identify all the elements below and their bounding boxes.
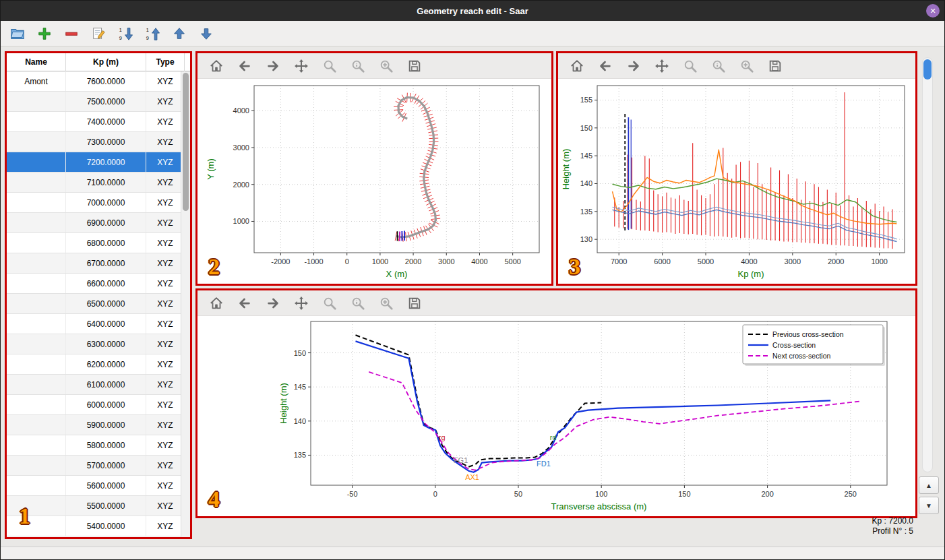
remove-button[interactable] — [63, 24, 81, 42]
remove-icon — [64, 26, 79, 41]
plan-chart[interactable]: -2000-1000010002000300040005000100020003… — [197, 79, 551, 284]
home-button[interactable] — [208, 294, 225, 311]
table-row[interactable]: 5500.0000XYZ — [7, 496, 181, 516]
zoom-plus-button[interactable] — [378, 57, 395, 74]
plan-plot-toolbar — [197, 53, 551, 79]
cell-name — [7, 213, 66, 232]
move-up-button[interactable] — [171, 24, 189, 42]
sort-down-button[interactable]: 19 — [117, 24, 135, 42]
zoom-info-icon — [711, 59, 726, 73]
zoom-info-button[interactable] — [710, 57, 727, 74]
table-row[interactable]: 5700.0000XYZ — [7, 456, 181, 476]
zoom-info-button[interactable] — [350, 57, 367, 74]
table-row[interactable]: 6100.0000XYZ — [7, 375, 181, 395]
svg-text:FD1: FD1 — [537, 460, 551, 468]
table-row[interactable]: 6400.0000XYZ — [7, 314, 181, 334]
save-button[interactable] — [406, 294, 423, 311]
cross-section-chart[interactable]: -50050100150200250135140145150Transverse… — [197, 316, 915, 516]
back-button[interactable] — [237, 57, 253, 74]
profile-scrollbar-thumb[interactable] — [923, 59, 932, 80]
pan-button[interactable] — [293, 294, 310, 311]
svg-text:4000: 4000 — [233, 106, 249, 115]
pan-icon — [294, 59, 309, 73]
open-icon — [10, 26, 25, 41]
table-row[interactable]: 6500.0000XYZ — [7, 294, 181, 314]
profile-up-button[interactable]: ▲ — [919, 476, 939, 494]
pan-button[interactable] — [654, 57, 671, 74]
cell-type: XYZ — [146, 496, 181, 516]
table-row[interactable]: 7300.0000XYZ — [7, 132, 181, 152]
table-row[interactable]: 6200.0000XYZ — [7, 354, 181, 375]
svg-text:155: 155 — [580, 96, 592, 104]
table-row[interactable]: 6300.0000XYZ — [7, 334, 181, 354]
table-row[interactable]: 7500.0000XYZ — [7, 92, 181, 112]
svg-text:50: 50 — [514, 490, 522, 498]
zoom-plus-button[interactable] — [378, 294, 395, 311]
cell-type: XYZ — [146, 173, 181, 192]
table-row[interactable]: Amont7600.0000XYZ — [7, 71, 181, 92]
save-button[interactable] — [406, 57, 423, 74]
svg-text:135: 135 — [294, 451, 306, 459]
back-button[interactable] — [237, 294, 253, 311]
cell-name — [7, 496, 66, 516]
svg-text:Y (m): Y (m) — [206, 158, 216, 180]
zoom-button[interactable] — [322, 294, 338, 311]
svg-text:Transverse abscissa (m): Transverse abscissa (m) — [551, 501, 647, 511]
back-button[interactable] — [597, 57, 614, 74]
sort-up-button[interactable]: 19 — [144, 24, 162, 42]
add-button[interactable] — [36, 24, 54, 42]
arrow-down-icon: ▼ — [925, 502, 932, 509]
close-icon: ✕ — [929, 7, 936, 15]
forward-button[interactable] — [265, 57, 282, 74]
profile-down-button[interactable]: ▼ — [919, 497, 939, 514]
table-row[interactable]: 7400.0000XYZ — [7, 112, 181, 132]
annotation-number-3: 3 — [569, 254, 580, 280]
svg-text:Height (m): Height (m) — [278, 383, 288, 424]
profile-scrollbar[interactable] — [922, 57, 933, 472]
forward-button[interactable] — [265, 294, 282, 311]
table-scrollbar[interactable] — [181, 71, 190, 537]
cell-name — [7, 173, 66, 192]
svg-text:250: 250 — [845, 490, 857, 498]
zoom-plus-button[interactable] — [739, 57, 756, 74]
table-row[interactable]: 6600.0000XYZ — [7, 274, 181, 294]
cell-name — [7, 112, 66, 131]
home-button[interactable] — [208, 57, 225, 74]
table-scrollbar-thumb[interactable] — [183, 73, 189, 211]
cell-type: XYZ — [146, 112, 181, 131]
close-button[interactable]: ✕ — [926, 4, 940, 18]
profile-chart[interactable]: 7000600050004000300020001000130135140145… — [558, 79, 915, 284]
zoom-button[interactable] — [322, 57, 338, 74]
table-row[interactable]: 5600.0000XYZ — [7, 476, 181, 496]
table-row[interactable]: 5900.0000XYZ — [7, 415, 181, 435]
zoom-info-icon — [350, 59, 365, 73]
zoom-button[interactable] — [682, 57, 699, 74]
table-row[interactable]: 5400.0000XYZ — [7, 516, 181, 536]
forward-button[interactable] — [626, 57, 642, 74]
zoom-info-button[interactable] — [350, 294, 367, 311]
svg-text:rg: rg — [439, 433, 446, 441]
edit-button[interactable] — [90, 24, 108, 42]
table-row[interactable]: 6700.0000XYZ — [7, 253, 181, 274]
table-row[interactable]: 6900.0000XYZ — [7, 213, 181, 233]
zoom-info-icon — [350, 296, 365, 311]
cell-kp: 5700.0000 — [66, 456, 146, 475]
cell-type: XYZ — [146, 193, 181, 212]
save-button[interactable] — [767, 57, 784, 74]
home-button[interactable] — [569, 57, 586, 74]
move-down-button[interactable] — [197, 24, 216, 42]
pan-icon — [654, 59, 669, 73]
cell-name — [7, 314, 66, 334]
table-row[interactable]: 7100.0000XYZ — [7, 173, 181, 193]
table-row[interactable]: 6800.0000XYZ — [7, 233, 181, 253]
table-row[interactable]: 7000.0000XYZ — [7, 193, 181, 213]
open-button[interactable] — [9, 24, 27, 42]
svg-text:1: 1 — [119, 27, 122, 33]
cell-kp: 6700.0000 — [66, 253, 146, 273]
table-row[interactable]: 7200.0000XYZ — [7, 152, 181, 173]
pan-button[interactable] — [293, 57, 310, 74]
table-row[interactable]: 6000.0000XYZ — [7, 395, 181, 415]
table-row[interactable]: 5800.0000XYZ — [7, 435, 181, 456]
svg-text:rd: rd — [550, 433, 557, 441]
profile-info: Kp : 7200.0 Profil N° : 5 — [872, 516, 913, 536]
